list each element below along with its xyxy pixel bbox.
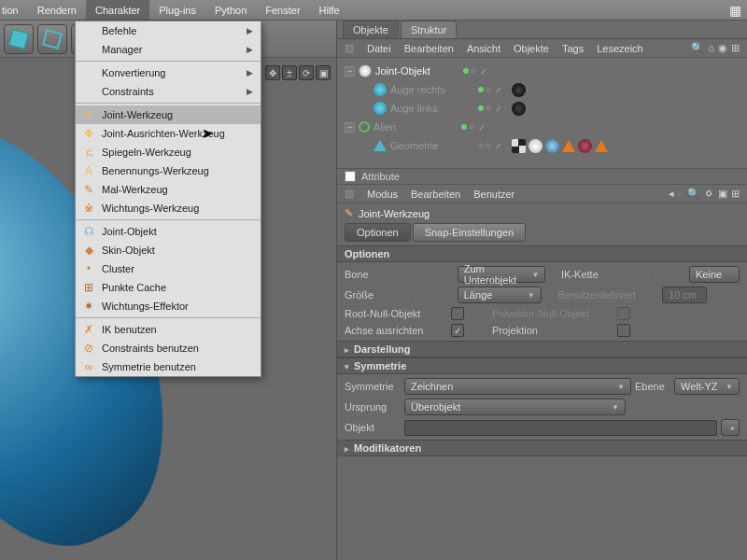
object-tree[interactable]: −Joint-Objekt✓Auge rechts✓Auge links✓−Al… <box>337 58 747 168</box>
enable-check-icon[interactable]: ✓ <box>478 122 486 133</box>
subtab-options[interactable]: Optionen <box>345 223 411 242</box>
menu-item[interactable]: tion <box>0 0 28 20</box>
menu-item[interactable]: Hilfe <box>310 0 349 20</box>
section-modifikatoren[interactable]: ▸Modifikatoren <box>337 440 747 456</box>
attr-menu-item[interactable]: Modus <box>367 189 398 200</box>
tag-tri[interactable] <box>595 140 608 152</box>
menu-item-befehle[interactable]: Befehle▶ <box>76 21 261 40</box>
visibility-dots[interactable] <box>461 124 474 130</box>
layout-icon[interactable]: ▦ <box>724 3 747 18</box>
menu-item-label: Manager <box>102 44 142 55</box>
visibility-dots[interactable] <box>478 87 491 92</box>
search-icon[interactable]: 🔍 <box>687 188 700 200</box>
search-icon[interactable]: 🔍 <box>691 42 704 54</box>
tag-tri[interactable] <box>562 140 575 152</box>
menu-item-ik-benutzen[interactable]: ✗IK benutzen <box>76 320 261 339</box>
check-projection[interactable] <box>617 324 630 337</box>
menu-item-icon: ✗ <box>81 322 96 337</box>
combo-ik[interactable]: Keine <box>689 266 740 283</box>
subtab-snap[interactable]: Snap-Einstellungen <box>413 223 526 242</box>
new-icon[interactable]: ▣ <box>718 188 727 200</box>
check-rootnull[interactable] <box>451 307 464 320</box>
om-menu-item[interactable]: Bearbeiten <box>404 43 454 54</box>
fwd-icon[interactable]: ▸ <box>678 188 684 200</box>
tag-black[interactable] <box>512 83 526 97</box>
menu-item-constraints[interactable]: Constraints▶ <box>76 82 261 101</box>
tag-white[interactable] <box>529 139 543 153</box>
menu-item[interactable]: Fenster <box>256 0 309 20</box>
menu-character[interactable]: Charakter <box>86 0 149 20</box>
menu-item-cluster[interactable]: •Cluster <box>76 259 261 278</box>
viewport-max-icon[interactable]: ▣ <box>316 65 331 80</box>
menu-item-punkte-cache[interactable]: ⊞Punkte Cache <box>76 278 261 297</box>
back-icon[interactable]: ◂ <box>669 188 674 200</box>
tag-bluesp[interactable] <box>545 139 559 153</box>
tag-checker[interactable] <box>512 139 526 153</box>
visibility-dots[interactable] <box>463 68 476 74</box>
primitive-cube-wire-button[interactable] <box>37 24 67 54</box>
menu-item-spiegeln-werkzeug[interactable]: ⎌Spiegeln-Werkzeug <box>76 143 261 161</box>
visibility-dots[interactable] <box>478 143 491 148</box>
attr-menu-item[interactable]: Bearbeiten <box>411 189 460 200</box>
menu-item-icon: ◆ <box>81 243 96 258</box>
menu-item-wichtungs-werkzeug[interactable]: ※Wichtungs-Werkzeug <box>76 199 261 217</box>
tree-row[interactable]: Geometrie✓ <box>341 136 743 155</box>
menu-item-skin-objekt[interactable]: ◆Skin-Objekt <box>76 241 261 259</box>
viewport-rotate-icon[interactable]: ⟳ <box>299 65 314 80</box>
add-icon[interactable]: ⊞ <box>731 42 740 54</box>
combo-origin[interactable]: Überobjekt▼ <box>404 399 626 415</box>
field-object[interactable] <box>404 420 717 436</box>
tree-row[interactable]: −Alien✓ <box>341 118 743 136</box>
attribute-lock-checkbox[interactable] <box>345 171 356 182</box>
tree-expander[interactable]: − <box>345 122 355 133</box>
om-menu-item[interactable]: Ansicht <box>467 43 500 54</box>
primitive-cube-button[interactable] <box>4 24 34 54</box>
combo-plane[interactable]: Welt-YZ▼ <box>674 378 740 395</box>
tree-row[interactable]: Auge links✓ <box>341 99 743 118</box>
enable-check-icon[interactable]: ✓ <box>480 66 487 77</box>
enable-check-icon[interactable]: ✓ <box>495 141 502 151</box>
menu-item-benennungs-werkzeug[interactable]: ABenennungs-Werkzeug <box>76 161 261 180</box>
om-menu-item[interactable]: Lesezeich <box>597 43 643 54</box>
section-darstellung[interactable]: ▸Darstellung <box>337 341 747 357</box>
menu-item-wichtungs-effektor[interactable]: ✷Wichtungs-Effektor <box>76 297 261 315</box>
menu-item-joint-objekt[interactable]: ☊Joint-Objekt <box>76 222 261 241</box>
lock-icon[interactable]: ⭘ <box>704 188 714 200</box>
om-menu-item[interactable]: Objekte <box>514 43 549 54</box>
menu-item-mal-werkzeug[interactable]: ✎Mal-Werkzeug <box>76 180 261 199</box>
combo-bone[interactable]: Zum Unterobjekt▼ <box>458 266 546 283</box>
enable-check-icon[interactable]: ✓ <box>495 85 502 95</box>
om-menu-item[interactable]: Datei <box>367 43 391 54</box>
menu-item-joint-werkzeug[interactable]: ✎Joint-Werkzeug <box>76 105 261 124</box>
visibility-dots[interactable] <box>478 105 491 111</box>
menu-item[interactable]: Plug-ins <box>149 0 205 20</box>
label-ik: IK-Kette <box>561 269 617 280</box>
tree-row[interactable]: Auge rechts✓ <box>341 80 743 99</box>
enable-check-icon[interactable]: ✓ <box>495 104 502 114</box>
add-icon[interactable]: ⊞ <box>731 188 740 200</box>
menu-item-manager[interactable]: Manager▶ <box>76 40 261 59</box>
menu-item-symmetrie-benutzen[interactable]: ∞Symmetrie benutzen <box>76 357 261 376</box>
home-icon[interactable]: ⌂ <box>708 42 714 54</box>
tag-black[interactable] <box>512 102 526 116</box>
menu-item-constraints-benutzen[interactable]: ⊘Constraints benutzen <box>76 339 261 357</box>
om-menu-item[interactable]: Tags <box>562 43 584 54</box>
section-symmetrie[interactable]: ▾Symmetrie <box>337 357 747 374</box>
viewport-zoom-icon[interactable]: ± <box>282 65 297 80</box>
menu-item-joint-ausrichten-werkzeug[interactable]: ✥Joint-Ausrichten-Werkzeug <box>76 124 261 143</box>
eye-icon[interactable]: ◉ <box>718 42 727 54</box>
tree-row[interactable]: −Joint-Objekt✓ <box>341 62 743 80</box>
check-axis[interactable]: ✓ <box>451 324 464 337</box>
menu-item[interactable]: Python <box>205 0 256 20</box>
menu-item-konvertierung[interactable]: Konvertierung▶ <box>76 63 261 82</box>
attr-menu-item[interactable]: Benutzer <box>473 189 514 200</box>
tree-expander[interactable]: − <box>345 66 355 77</box>
tab-structure[interactable]: Struktur <box>401 21 458 38</box>
menu-item[interactable]: Rendern <box>28 0 86 20</box>
viewport-move-icon[interactable]: ✥ <box>265 65 280 80</box>
combo-sym[interactable]: Zeichnen▼ <box>404 378 631 395</box>
tab-objects[interactable]: Objekte <box>343 21 399 38</box>
tag-redsp[interactable] <box>578 139 592 153</box>
combo-size[interactable]: Länge▼ <box>458 287 542 303</box>
object-picker-button[interactable]: ▸ <box>721 419 740 436</box>
